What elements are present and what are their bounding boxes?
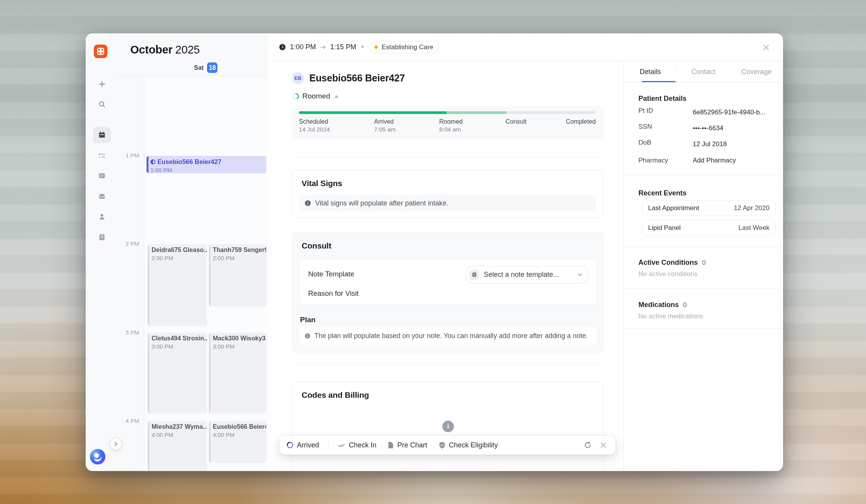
calendar-event[interactable]: Eusebio566 Beier4...4:00 PM [209, 421, 266, 463]
inbox-button[interactable] [93, 188, 111, 204]
expand-sidebar-button[interactable] [110, 438, 122, 450]
visit-status-icon [150, 159, 155, 164]
chevron-down-icon [578, 273, 582, 276]
plus-icon [98, 80, 106, 88]
desktop: October2025 Sat 18 1 PM 2 PM 3 PM 4 PM E… [0, 0, 866, 504]
appointment-status-dropdown[interactable]: Roomed [293, 92, 339, 100]
panel-divider [624, 288, 783, 289]
reason-for-visit-label: Reason for Visit [308, 289, 359, 298]
info-icon [305, 200, 311, 206]
hour-label: 1 PM [118, 152, 139, 159]
active-conditions-count: 0 [702, 259, 706, 266]
document-icon [388, 442, 394, 449]
progress-track [299, 111, 596, 114]
progress-stage: Consult [505, 118, 526, 126]
appointment-action-bar: Arrived Check In Pre Chart Check Eligibi… [279, 435, 616, 455]
calendar-event[interactable]: Cletus494 Strosin...3:00 PM [148, 333, 207, 414]
close-appointment-button[interactable] [761, 42, 771, 53]
hour-label: 3 PM [118, 329, 139, 336]
tab-details[interactable]: Details [624, 61, 677, 82]
consult-title: Consult [302, 241, 331, 250]
calendar-header-divider [118, 76, 268, 76]
recent-event-item[interactable]: Last Appointment12 Apr 2020 [642, 200, 776, 216]
field-label: Pt ID [638, 107, 653, 115]
shield-check-icon [439, 442, 445, 449]
close-icon [763, 44, 769, 51]
note-template-select[interactable]: Select a note template... [465, 266, 589, 283]
field-label: Pharmacy [638, 157, 668, 164]
chevron-right-icon [114, 442, 118, 446]
arrived-status-button[interactable]: Arrived [286, 441, 319, 449]
calendar-panel: October2025 Sat 18 1 PM 2 PM 3 PM 4 PM E… [118, 33, 268, 471]
calendar-month-title: October2025 [130, 43, 200, 56]
user-avatar[interactable] [90, 449, 105, 464]
check-in-button[interactable]: Check In [338, 441, 376, 449]
calendar-event[interactable]: Deidra675 Gleaso...2:00 PM [148, 244, 207, 326]
status-label: Roomed [302, 92, 330, 100]
patient-panel: Details Contact Coverage Patient Details… [623, 61, 783, 471]
calendar-event[interactable]: Mack300 Wisoky3...3:00 PM [209, 333, 266, 414]
add-pharmacy-link[interactable]: Add Pharmacy [693, 157, 736, 164]
inbox-tray-icon [98, 192, 106, 200]
note-template-label: Note Template [308, 270, 354, 278]
search-button[interactable] [93, 96, 111, 112]
patient-avatar: EB [292, 72, 304, 84]
visit-type-status-dot [374, 45, 378, 49]
plan-notice: The plan will populate based on your not… [299, 327, 597, 345]
appointment-header: 1:00 PM 1:15 PM • Establishing Care [268, 33, 783, 61]
hour-label: 4 PM [118, 418, 139, 424]
vital-signs-title: Vital Signs [302, 179, 342, 188]
tasks-button[interactable] [93, 148, 111, 164]
calendar-event[interactable]: Thanh759 Senger9...2:00 PM [209, 244, 266, 307]
notes-button[interactable] [93, 167, 111, 184]
add-button[interactable] [93, 76, 111, 92]
note-template-value: Select a note template... [484, 271, 573, 279]
sidebar-rail [86, 33, 119, 471]
tab-contact[interactable]: Contact [677, 61, 730, 82]
clock-icon [279, 44, 286, 50]
appointment-progress: Scheduled14 Jul 2024 Arrived7:05 am Room… [292, 106, 604, 139]
calendar-event-selected[interactable]: Eusebio566 Beier427 1:00 PM [147, 156, 266, 173]
records-button[interactable] [93, 229, 111, 245]
app-logo-icon[interactable] [94, 45, 107, 58]
refresh-button[interactable] [582, 439, 593, 451]
pre-chart-button[interactable]: Pre Chart [388, 441, 427, 449]
appointment-start-time: 1:00 PM [290, 43, 316, 51]
field-value: 12 Jul 2018 [693, 140, 727, 148]
progress-stage: Scheduled14 Jul 2024 [299, 118, 330, 133]
calendar-nav-button[interactable] [93, 127, 111, 143]
hour-label: 2 PM [118, 240, 139, 247]
section-divider [292, 364, 604, 365]
calendar-event[interactable]: Miesha237 Wyma...4:00 PM [148, 421, 207, 471]
calendar-icon [98, 131, 106, 139]
visit-type-badge[interactable]: Establishing Care [369, 41, 439, 54]
patient-panel-tabs: Details Contact Coverage [624, 61, 783, 83]
tab-separator [730, 68, 730, 76]
field-label: DoB [638, 139, 651, 147]
recent-event-item[interactable]: Lipid PanelLast Week [642, 220, 776, 236]
patients-button[interactable] [93, 209, 111, 225]
info-icon [305, 333, 311, 339]
vital-signs-notice: Vital signs will populate after patient … [299, 195, 596, 211]
arrow-right-icon [320, 45, 326, 50]
patient-header: EB Eusebio566 Beier427 [292, 72, 405, 84]
patient-details-title: Patient Details [638, 95, 687, 103]
progress-fill [299, 111, 447, 114]
medications-empty: No active medications [638, 312, 703, 320]
patient-name: Eusebio566 Beier427 [309, 72, 405, 84]
status-progress-icon [293, 93, 299, 100]
template-icon [469, 270, 479, 280]
note-card-icon [98, 172, 106, 180]
dismiss-bar-button[interactable] [597, 439, 609, 451]
check-eligibility-button[interactable]: Check Eligibility [439, 441, 498, 449]
field-value: 6e852965-91fe-4940-b... [693, 109, 765, 116]
refresh-icon [584, 442, 591, 449]
panel-divider [624, 176, 783, 176]
calendar-day-header[interactable]: Sat 18 [144, 62, 268, 73]
medications-count: 0 [683, 301, 687, 309]
time-gutter-divider [144, 76, 144, 471]
field-label: SSN [638, 123, 652, 131]
plan-title: Plan [300, 316, 316, 324]
tab-coverage[interactable]: Coverage [730, 61, 783, 82]
progress-stage: Roomed8:04 am [439, 118, 462, 133]
